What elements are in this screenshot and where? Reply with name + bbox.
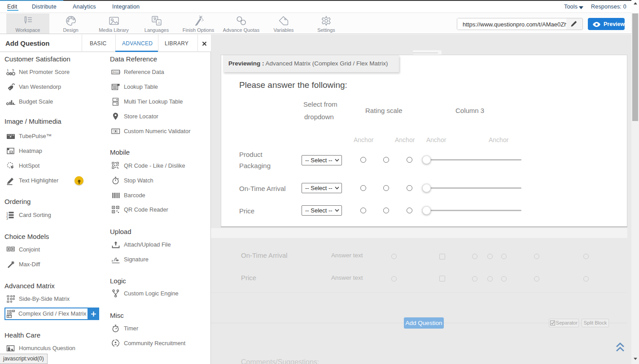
svg-text:5: 5 xyxy=(12,68,14,72)
svg-text:x: x xyxy=(112,259,114,263)
svg-text:3: 3 xyxy=(6,217,8,220)
svg-text:1: 1 xyxy=(7,68,9,72)
svg-text:84123: 84123 xyxy=(113,70,120,74)
